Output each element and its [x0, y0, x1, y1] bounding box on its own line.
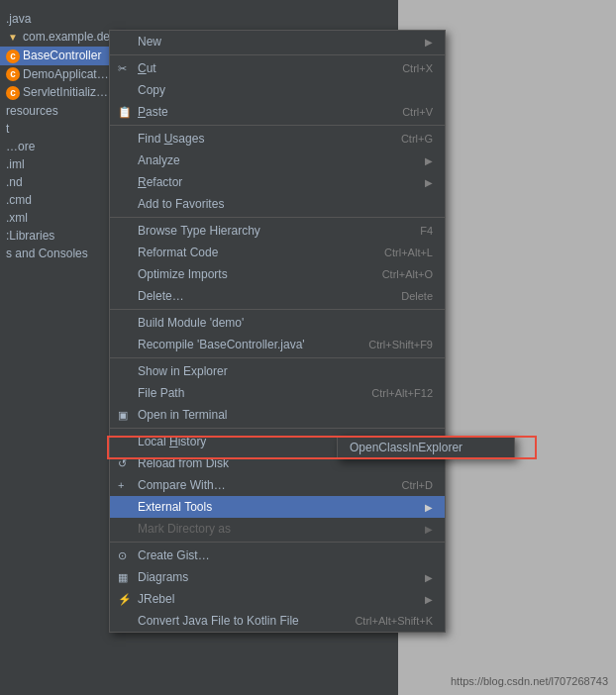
file-tree-resources: resources	[0, 102, 109, 120]
file-tree-t: t	[0, 120, 109, 138]
menu-paste[interactable]: 📋 Paste Ctrl+V	[110, 101, 445, 123]
separator-3	[110, 217, 445, 218]
menu-delete[interactable]: Delete… Delete	[110, 285, 445, 307]
paste-icon: 📋	[118, 106, 132, 119]
file-tree-java: .java	[0, 10, 109, 28]
menu-mark-directory[interactable]: Mark Directory as ▶	[110, 518, 445, 540]
file-tree: .java ▼com.example.demo cBaseController …	[0, 0, 109, 262]
menu-find-usages[interactable]: Find Usages Ctrl+G	[110, 128, 445, 149]
terminal-icon: ▣	[118, 409, 128, 422]
menu-analyze[interactable]: Analyze ▶	[110, 149, 445, 171]
menu-refactor[interactable]: Refactor ▶	[110, 171, 445, 193]
file-tree-iml: .iml	[0, 155, 109, 173]
file-tree-basecontroller[interactable]: cBaseController	[0, 47, 109, 65]
menu-add-favorites[interactable]: Add to Favorites	[110, 193, 445, 215]
compare-icon: +	[118, 479, 124, 491]
menu-compare-with[interactable]: + Compare With… Ctrl+D	[110, 474, 445, 496]
context-menu: New ▶ ✂ Cut Ctrl+X Copy 📋 Paste Ctrl+V F…	[109, 30, 446, 633]
file-tree-libraries: :Libraries	[0, 227, 109, 245]
separator-1	[110, 54, 445, 55]
class-icon-servlet: c	[6, 86, 20, 100]
menu-external-tools[interactable]: External Tools ▶	[110, 496, 445, 518]
file-tree-more: …ore	[0, 138, 109, 155]
menu-convert-kotlin[interactable]: Convert Java File to Kotlin File Ctrl+Al…	[110, 610, 445, 632]
github-icon: ⊙	[118, 549, 127, 562]
menu-recompile[interactable]: Recompile 'BaseController.java' Ctrl+Shi…	[110, 334, 445, 355]
file-tree-xml: .xml	[0, 209, 109, 227]
cut-icon: ✂	[118, 62, 127, 75]
watermark: https://blog.csdn.net/l707268743	[451, 675, 608, 687]
file-tree-demoapplication[interactable]: cDemoApplicat…	[0, 65, 109, 84]
menu-new[interactable]: New ▶	[110, 31, 445, 52]
menu-optimize-imports[interactable]: Optimize Imports Ctrl+Alt+O	[110, 263, 445, 285]
menu-copy[interactable]: Copy	[110, 79, 445, 101]
diagrams-icon: ▦	[118, 571, 128, 584]
menu-open-terminal[interactable]: ▣ Open in Terminal	[110, 404, 445, 426]
separator-6	[110, 428, 445, 429]
class-icon-demo: c	[6, 67, 20, 81]
menu-open-class-explorer[interactable]: OpenClassInExplorer	[338, 437, 514, 458]
separator-5	[110, 357, 445, 358]
separator-4	[110, 309, 445, 310]
menu-show-explorer[interactable]: Show in Explorer	[110, 360, 445, 382]
menu-browse-hierarchy[interactable]: Browse Type Hierarchy F4	[110, 220, 445, 242]
file-tree-package: ▼com.example.demo	[0, 28, 109, 47]
separator-7	[110, 542, 445, 543]
file-tree-servlet[interactable]: cServletInitializ…	[0, 83, 109, 102]
file-tree-consoles: s and Consoles	[0, 245, 109, 262]
file-tree-cmd: .cmd	[0, 191, 109, 209]
folder-icon: ▼	[6, 31, 20, 45]
jrebel-icon: ⚡	[118, 593, 132, 606]
menu-diagrams[interactable]: ▦ Diagrams ▶	[110, 566, 445, 588]
menu-reformat[interactable]: Reformat Code Ctrl+Alt+L	[110, 242, 445, 263]
separator-2	[110, 125, 445, 126]
menu-build-module[interactable]: Build Module 'demo'	[110, 312, 445, 334]
class-icon-base: c	[6, 50, 20, 63]
menu-file-path[interactable]: File Path Ctrl+Alt+F12	[110, 382, 445, 404]
reload-icon: ↺	[118, 457, 127, 470]
file-tree-nd: .nd	[0, 173, 109, 191]
menu-cut[interactable]: ✂ Cut Ctrl+X	[110, 57, 445, 79]
menu-create-gist[interactable]: ⊙ Create Gist…	[110, 545, 445, 566]
external-tools-submenu: OpenClassInExplorer	[337, 436, 515, 459]
menu-jrebel[interactable]: ⚡ JRebel ▶	[110, 588, 445, 610]
